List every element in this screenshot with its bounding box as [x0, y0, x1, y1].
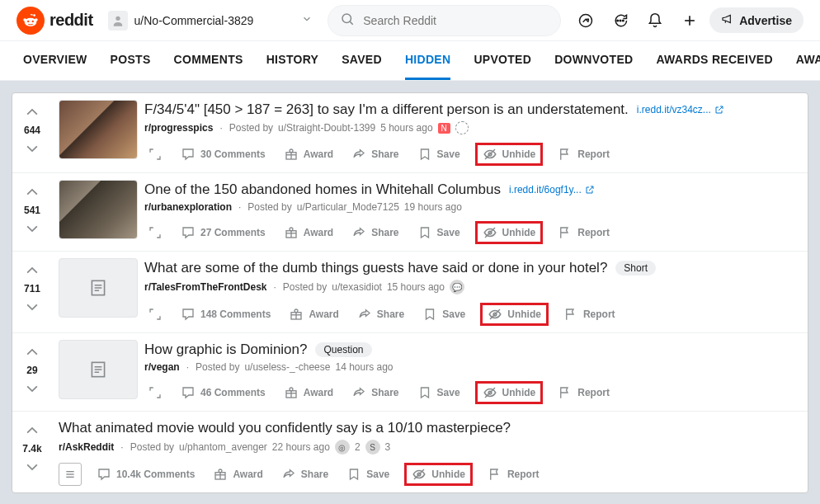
upvote-button[interactable] [22, 183, 42, 203]
expand-icon[interactable] [144, 222, 166, 243]
report-button[interactable]: Report [554, 222, 613, 243]
nsfw-badge: N [438, 123, 450, 134]
award-button[interactable]: Award [280, 382, 337, 403]
tab-upvoted[interactable]: UPVOTED [474, 41, 531, 80]
report-label: Report [507, 469, 540, 480]
share-button[interactable]: Share [354, 304, 408, 325]
report-button[interactable]: Report [560, 304, 619, 325]
tab-hidden[interactable]: HIDDEN [405, 41, 450, 80]
save-label: Save [437, 227, 460, 238]
expand-icon[interactable] [144, 304, 166, 325]
award-button[interactable]: Award [285, 304, 342, 325]
report-button[interactable]: Report [484, 464, 543, 485]
downvote-button[interactable] [22, 456, 42, 476]
search-bar[interactable] [328, 5, 561, 36]
comments-button[interactable]: 46 Comments [177, 382, 269, 403]
posted-by-label: Posted by [247, 201, 291, 213]
award-button[interactable]: Award [280, 222, 337, 243]
post-meta: r/vegan Posted by u/useless-_-cheese 14 … [144, 361, 801, 373]
comments-button[interactable]: 27 Comments [177, 222, 269, 243]
post-thumbnail[interactable] [59, 100, 138, 159]
post-title[interactable]: F/34/5'4" [450 > 187 = 263] to say I'm a… [144, 101, 629, 118]
tab-downvoted[interactable]: DOWNVOTED [554, 41, 633, 80]
tab-awards-given[interactable]: AWARDS GIVEN [796, 41, 820, 80]
subreddit-link[interactable]: r/urbanexploration [144, 201, 232, 213]
post-title[interactable]: What animated movie would you confidentl… [59, 420, 511, 436]
downvote-button[interactable] [22, 296, 42, 316]
unhide-button[interactable]: Unhide [480, 303, 549, 326]
post-item: 644 F/34/5'4" [450 > 187 = 263] to say I… [12, 93, 808, 173]
share-button[interactable]: Share [348, 144, 402, 165]
post-thumbnail[interactable] [59, 258, 138, 318]
subreddit-link[interactable]: r/progresspics [144, 122, 213, 134]
subreddit-link[interactable]: r/AskReddit [59, 441, 114, 453]
save-button[interactable]: Save [414, 144, 464, 165]
unhide-button[interactable]: Unhide [475, 381, 544, 404]
award-button[interactable]: Award [280, 144, 337, 165]
profile-tabs: OVERVIEWPOSTSCOMMENTSHISTORYSAVEDHIDDENU… [0, 41, 820, 81]
expand-icon[interactable] [144, 382, 166, 403]
post-thumbnail[interactable] [59, 180, 138, 239]
upvote-button[interactable] [22, 343, 42, 363]
save-button[interactable]: Save [414, 222, 464, 243]
post-flair[interactable]: Short [615, 261, 656, 276]
downvote-button[interactable] [22, 218, 42, 238]
author-link[interactable]: u/Straight-Doubt-1399 [278, 122, 375, 134]
reddit-logo[interactable]: reddit [16, 7, 93, 35]
author-link[interactable]: u/useless-_-cheese [244, 361, 330, 373]
notifications-icon[interactable] [640, 6, 670, 35]
award-label: Award [233, 469, 262, 480]
post-external-link[interactable]: i.redd.it/6ogf1y... [509, 184, 595, 195]
comments-button[interactable]: 148 Comments [177, 304, 274, 325]
tab-saved[interactable]: SAVED [342, 41, 382, 80]
post-title[interactable]: What are some of the dumb things guests … [144, 260, 607, 276]
share-button[interactable]: Share [278, 464, 332, 485]
award-button[interactable]: Award [210, 464, 266, 485]
upvote-button[interactable] [22, 422, 42, 441]
post-flair[interactable]: Question [315, 342, 371, 357]
chat-icon[interactable] [606, 6, 635, 35]
advertise-button[interactable]: Advertise [709, 7, 804, 33]
tab-comments[interactable]: COMMENTS [174, 41, 243, 80]
user-profile-dropdown[interactable]: u/No-Commercial-3829 [103, 7, 318, 34]
create-post-icon[interactable] [675, 6, 705, 35]
report-button[interactable]: Report [554, 382, 613, 403]
share-button[interactable]: Share [348, 222, 402, 243]
unhide-button[interactable]: Unhide [475, 221, 544, 244]
post-title[interactable]: One of the 150 abandoned homes in Whiteh… [144, 181, 501, 198]
tab-overview[interactable]: OVERVIEW [23, 41, 87, 80]
post-thumbnail[interactable] [59, 340, 138, 399]
subreddit-link[interactable]: r/TalesFromTheFrontDesk [144, 281, 266, 293]
subreddit-link[interactable]: r/vegan [144, 361, 180, 373]
award-label: Award [304, 227, 333, 238]
author-link[interactable]: u/Particular_Mode7125 [297, 201, 399, 213]
award-label: Award [304, 148, 333, 160]
post-title[interactable]: How graphic is Dominion? [144, 341, 307, 358]
tab-awards-received[interactable]: AWARDS RECEIVED [656, 41, 772, 80]
upvote-button[interactable] [22, 261, 42, 281]
save-button[interactable]: Save [343, 464, 393, 485]
comments-button[interactable]: 30 Comments [177, 144, 269, 165]
comments-button[interactable]: 10.4k Comments [93, 464, 198, 485]
search-input[interactable] [363, 14, 549, 27]
save-button[interactable]: Save [419, 304, 469, 325]
svg-point-2 [23, 18, 26, 21]
tab-posts[interactable]: POSTS [111, 41, 151, 80]
share-button[interactable]: Share [348, 382, 402, 403]
vote-column: 644 [12, 100, 52, 166]
downvote-button[interactable] [22, 138, 42, 158]
expand-icon[interactable] [144, 144, 166, 165]
author-link[interactable]: u/phantom_avenger [179, 441, 267, 453]
tab-history[interactable]: HISTORY [266, 41, 319, 80]
post-meta: r/urbanexploration Posted by u/Particula… [144, 201, 801, 213]
downvote-button[interactable] [22, 378, 42, 398]
unhide-button[interactable]: Unhide [475, 143, 544, 166]
unhide-button[interactable]: Unhide [404, 463, 473, 486]
layout-toggle-icon[interactable] [59, 463, 82, 486]
save-button[interactable]: Save [414, 382, 464, 403]
post-external-link[interactable]: i.redd.it/vz34cz... [637, 104, 724, 115]
report-button[interactable]: Report [554, 144, 613, 165]
upvote-button[interactable] [22, 103, 42, 123]
popular-icon[interactable] [571, 6, 601, 35]
author-link[interactable]: u/texasidiot [332, 281, 382, 293]
